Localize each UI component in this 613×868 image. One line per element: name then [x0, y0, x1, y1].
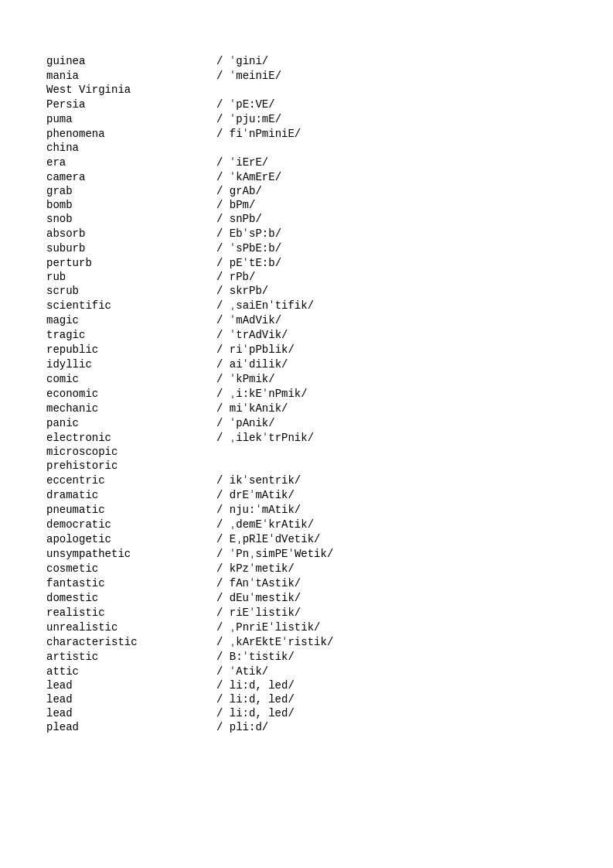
table-row: realistic/ riЕˈlistik/ [46, 606, 567, 619]
word-text: scrub [46, 285, 216, 297]
word-text: comic [46, 373, 216, 385]
pronunciation-text: / ˈAtik/ [216, 665, 567, 678]
pronunciation-text: / fAnˈtAstik/ [216, 576, 567, 589]
pronunciation-text: / ˌilekˈtrРnik/ [216, 431, 567, 444]
word-text: tragic [46, 329, 216, 341]
pronunciation-text: / grAb/ [216, 185, 567, 197]
table-row: snob/ snРb/ [46, 213, 567, 225]
table-row: attic/ ˈAtik/ [46, 665, 567, 678]
pronunciation-text: / ˈiЕrЕ/ [216, 155, 567, 169]
word-text: lead [46, 679, 216, 692]
word-text: perturb [46, 257, 216, 269]
pronunciation-text: / li:d, led/ [216, 707, 567, 719]
pronunciation-text: / bРm/ [216, 199, 567, 211]
table-row: china [46, 142, 567, 154]
word-text: eccentric [46, 474, 216, 487]
table-row: unsympathetic/ ˈРnˌsimPЕˈWetik/ [46, 547, 567, 560]
pronunciation-text: / ˈtrAdVik/ [216, 328, 567, 341]
word-text: rub [46, 271, 216, 283]
word-text: idyllic [46, 358, 216, 371]
word-text: cosmetic [46, 562, 216, 575]
word-text: attic [46, 665, 216, 678]
pronunciation-text: / fiˈnРminiЕ/ [216, 127, 567, 140]
word-text: Persia [46, 98, 216, 111]
pronunciation-text: / pli:d/ [216, 721, 567, 733]
word-text: economic [46, 388, 216, 400]
table-row: economic/ ˌi:kЕˈnРmik/ [46, 387, 567, 400]
word-text: era [46, 156, 216, 169]
word-list: guinea/ ˈgini/mania/ ˈmeiniЕ/West Virgin… [46, 54, 567, 733]
word-text: grab [46, 185, 216, 197]
word-text: suburb [46, 242, 216, 255]
word-text: china [46, 142, 216, 154]
word-text: apologetic [46, 533, 216, 545]
pronunciation-text: / ЕbˈsР:b/ [216, 227, 567, 240]
table-row: lead/ li:d, led/ [46, 693, 567, 706]
word-text: magic [46, 314, 216, 326]
pronunciation-text: / ˈpju:mЕ/ [216, 112, 567, 125]
pronunciation-text: / ˈpAnik/ [216, 416, 567, 429]
table-row: grab/ grAb/ [46, 185, 567, 197]
pronunciation-text: / ikˈsentrik/ [216, 473, 567, 487]
word-text: microscopic [46, 446, 216, 458]
pronunciation-text: / ˌdemЕˈkrAtik/ [216, 518, 567, 531]
word-text: snob [46, 213, 216, 225]
pronunciation-text: / ˈkРmik/ [216, 372, 567, 385]
word-text: puma [46, 113, 216, 125]
pronunciation-text: / miˈkAnik/ [216, 402, 567, 415]
word-text: plead [46, 721, 216, 733]
word-text: mania [46, 70, 216, 82]
pronunciation-text: / ˈsРbЕ:b/ [216, 241, 567, 255]
pronunciation-text: / riˈpРblik/ [216, 343, 567, 356]
pronunciation-text: / ˈkAmЕrЕ/ [216, 170, 567, 183]
pronunciation-text: / aiˈdilik/ [216, 357, 567, 371]
pronunciation-text: / ˈmeiniЕ/ [216, 69, 567, 82]
pronunciation-text: / ˌsaiЕnˈtifik/ [216, 299, 567, 312]
table-row: lead/ li:d, led/ [46, 679, 567, 692]
table-row: West Virginia [46, 84, 567, 96]
table-row: comic/ ˈkРmik/ [46, 372, 567, 385]
table-row: microscopic [46, 446, 567, 458]
table-row: eccentric/ ikˈsentrik/ [46, 473, 567, 487]
table-row: cosmetic/ kРzˈmetik/ [46, 562, 567, 575]
table-row: republic/ riˈpРblik/ [46, 343, 567, 356]
word-text: lead [46, 693, 216, 706]
word-text: phenomena [46, 128, 216, 140]
table-row: camera/ ˈkAmЕrЕ/ [46, 170, 567, 183]
pronunciation-text: / ЕˌpRlЕˈdVetik/ [216, 532, 567, 545]
word-text: unrealistic [46, 621, 216, 634]
table-row: mania/ ˈmeiniЕ/ [46, 69, 567, 82]
word-text: artistic [46, 651, 216, 663]
pronunciation-text: / ˈpЕ:VЕ/ [216, 97, 567, 111]
word-text: guinea [46, 55, 216, 67]
table-row: magic/ ˈmAdVik/ [46, 313, 567, 326]
word-text: characteristic [46, 636, 216, 648]
word-text: pneumatic [46, 504, 216, 516]
word-text: realistic [46, 607, 216, 619]
word-text: panic [46, 417, 216, 429]
table-row: idyllic/ aiˈdilik/ [46, 357, 567, 371]
pronunciation-text: / rРb/ [216, 271, 567, 283]
table-row: characteristic/ ˌkArЕktЕˈristik/ [46, 635, 567, 648]
pronunciation-text: / skrРb/ [216, 285, 567, 297]
table-row: suburb/ ˈsРbЕ:b/ [46, 241, 567, 255]
word-text: electronic [46, 432, 216, 444]
word-text: republic [46, 343, 216, 356]
pronunciation-text: / snРb/ [216, 213, 567, 225]
table-row: perturb/ pЕˈtЕ:b/ [46, 256, 567, 269]
word-text: mechanic [46, 402, 216, 415]
pronunciation-text: / ˌi:kЕˈnРmik/ [216, 387, 567, 400]
table-row: electronic/ ˌilekˈtrРnik/ [46, 431, 567, 444]
pronunciation-text: / ˌkArЕktЕˈristik/ [216, 635, 567, 648]
table-row: era/ ˈiЕrЕ/ [46, 155, 567, 169]
table-row: puma/ ˈpju:mЕ/ [46, 112, 567, 125]
table-row: absorb/ ЕbˈsР:b/ [46, 227, 567, 240]
table-row: fantastic/ fAnˈtAstik/ [46, 576, 567, 589]
table-row: artistic/ B:ˈtistik/ [46, 650, 567, 663]
table-row: unrealistic/ ˌРnriЕˈlistik/ [46, 620, 567, 634]
table-row: tragic/ ˈtrAdVik/ [46, 328, 567, 341]
pronunciation-text: / B:ˈtistik/ [216, 650, 567, 663]
word-text: unsympathetic [46, 548, 216, 560]
word-text: scientific [46, 299, 216, 312]
table-row: apologetic/ ЕˌpRlЕˈdVetik/ [46, 532, 567, 545]
